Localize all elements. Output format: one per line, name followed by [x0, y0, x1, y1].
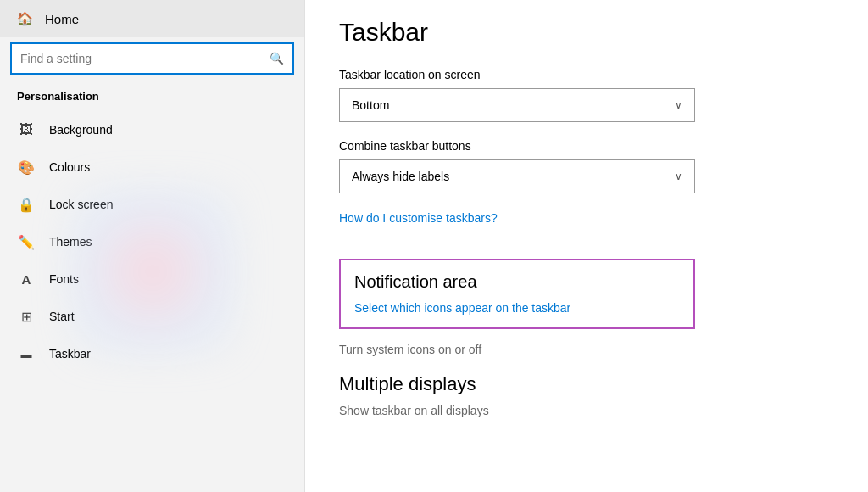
search-container: 🔍 — [0, 37, 304, 83]
search-box[interactable]: 🔍 — [10, 42, 294, 75]
sidebar-home-button[interactable]: 🏠 Home — [0, 0, 304, 37]
sidebar-item-label: Taskbar — [49, 347, 91, 361]
section-title: Personalisation — [0, 83, 304, 111]
sidebar-item-label: Colours — [49, 160, 90, 174]
taskbar-icon: ▬ — [17, 344, 36, 363]
sidebar-item-taskbar[interactable]: ▬ Taskbar — [0, 335, 304, 372]
chevron-down-icon: ∨ — [675, 99, 682, 111]
sidebar-item-label: Themes — [49, 235, 92, 249]
turn-system-icons-group: Turn system icons on or off — [339, 343, 834, 356]
sidebar-item-colours[interactable]: 🎨 Colours — [0, 148, 304, 186]
lock-screen-icon: 🔒 — [17, 195, 36, 214]
sidebar-item-label: Background — [49, 123, 113, 137]
start-icon: ⊞ — [17, 307, 36, 326]
search-icon: 🔍 — [270, 52, 284, 65]
colours-icon: 🎨 — [17, 158, 36, 176]
combine-buttons-label: Combine taskbar buttons — [339, 139, 834, 153]
sidebar-item-fonts[interactable]: A Fonts — [0, 260, 304, 298]
chevron-down-icon: ∨ — [675, 171, 682, 182]
multiple-displays-title: Multiple displays — [339, 373, 834, 395]
taskbar-location-value: Bottom — [352, 98, 389, 112]
help-link[interactable]: How do I customise taskbars? — [339, 211, 498, 225]
sidebar-item-background[interactable]: 🖼 Background — [0, 111, 304, 148]
taskbar-location-dropdown[interactable]: Bottom ∨ — [339, 88, 695, 122]
home-icon: 🏠 — [17, 11, 33, 26]
turn-system-icons-subtitle: Turn system icons on or off — [339, 343, 834, 356]
themes-icon: ✏️ — [17, 232, 36, 251]
help-link-container: How do I customise taskbars? — [339, 210, 834, 242]
main-content: Taskbar Taskbar location on screen Botto… — [305, 0, 868, 492]
combine-buttons-dropdown[interactable]: Always hide labels ∨ — [339, 159, 695, 193]
sidebar-item-label: Start — [49, 310, 75, 323]
notification-area-title: Notification area — [354, 272, 680, 292]
notification-area-box: Notification area Select which icons app… — [339, 259, 695, 329]
multiple-displays-group: Multiple displays Show taskbar on all di… — [339, 373, 834, 417]
page-title: Taskbar — [339, 17, 834, 48]
taskbar-location-label: Taskbar location on screen — [339, 68, 834, 81]
taskbar-location-group: Taskbar location on screen Bottom ∨ — [339, 68, 834, 122]
combine-buttons-group: Combine taskbar buttons Always hide labe… — [339, 139, 834, 193]
background-icon: 🖼 — [17, 120, 36, 139]
sidebar-item-lock-screen[interactable]: 🔒 Lock screen — [0, 186, 304, 223]
notification-area-link[interactable]: Select which icons appear on the taskbar — [354, 301, 570, 315]
sidebar-item-label: Fonts — [49, 272, 79, 286]
sidebar-item-themes[interactable]: ✏️ Themes — [0, 223, 304, 260]
sidebar-item-start[interactable]: ⊞ Start — [0, 298, 304, 335]
multiple-displays-subtitle: Show taskbar on all displays — [339, 404, 834, 417]
home-label: Home — [45, 12, 79, 26]
sidebar: 🏠 Home 🔍 Personalisation 🖼 Background 🎨 … — [0, 0, 305, 492]
fonts-icon: A — [17, 270, 36, 288]
combine-buttons-value: Always hide labels — [352, 170, 449, 183]
search-input[interactable] — [20, 52, 270, 65]
sidebar-item-label: Lock screen — [49, 198, 113, 211]
